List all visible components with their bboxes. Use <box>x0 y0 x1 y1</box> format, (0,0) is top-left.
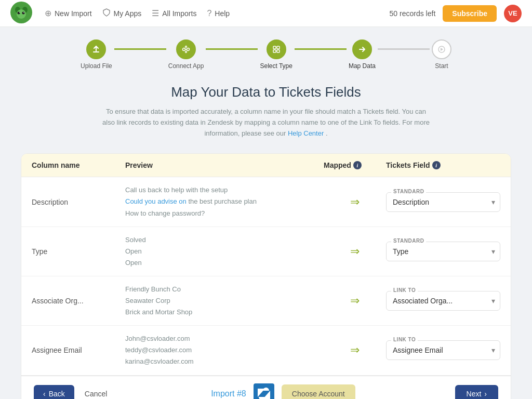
svg-rect-15 <box>277 46 280 49</box>
step-label-upload: Upload File <box>81 62 112 70</box>
table-row: Assignee Email John@csvloader.com teddy@… <box>21 326 511 375</box>
step-map-data: Map Data <box>349 39 376 70</box>
cancel-button[interactable]: Cancel <box>81 385 112 399</box>
field-type-label: STANDARD <box>391 189 426 194</box>
help-icon: ? <box>207 9 211 18</box>
col-field-assignee: LINK TO Assignee Email <box>386 340 500 360</box>
step-circle-connect <box>176 39 196 59</box>
th-preview: Preview <box>125 161 324 169</box>
preview-line: Seawater Corp <box>125 295 324 307</box>
help-center-link[interactable]: Help Center <box>288 129 324 137</box>
svg-rect-14 <box>273 46 276 49</box>
field-select-associate[interactable]: Associated Orga... <box>386 291 500 311</box>
footer-center: Import #8 Choose Account <box>117 383 448 399</box>
step-label-connect: Connect App <box>168 62 204 70</box>
step-label-start: Start <box>435 62 448 70</box>
col-field-description: STANDARD Description <box>386 192 500 212</box>
map-arrow-icon: ⇒ <box>350 294 360 308</box>
map-arrow-icon: ⇒ <box>350 245 360 258</box>
step-select-type: Select Type <box>260 39 292 70</box>
nav-my-apps-label: My Apps <box>114 9 142 18</box>
svg-rect-16 <box>273 50 276 52</box>
nav-all-imports-label: All Imports <box>162 9 196 18</box>
svg-point-7 <box>23 12 24 13</box>
user-avatar[interactable]: VE <box>504 5 522 22</box>
step-circle-start <box>432 39 451 59</box>
main-nav: ⊕ New Import My Apps ☰ All Imports ? Hel… <box>45 8 377 19</box>
table-header: Column name Preview Mapped i Tickets Fie… <box>21 154 511 177</box>
subtitle-end: . <box>326 129 328 137</box>
next-chevron-icon: › <box>484 390 487 398</box>
preview-line: teddy@csvloader.com <box>125 344 324 356</box>
header-right: 50 records left Subscribe VE <box>390 5 522 22</box>
table-row: Description Call us back to help with th… <box>21 177 511 227</box>
footer-bar: ‹ Back Cancel Import #8 Choose Account N… <box>21 376 511 399</box>
main-content: Upload File Connect App Select Type <box>0 27 532 399</box>
step-circle-upload <box>86 39 106 59</box>
col-field-type: STANDARD Type <box>386 242 500 261</box>
table-row: Associate Org... Friendly Bunch Co Seawa… <box>21 276 511 326</box>
logo <box>10 2 32 25</box>
preview-line: Friendly Bunch Co <box>125 284 324 295</box>
col-name-assignee: Assignee Email <box>32 346 125 354</box>
svg-point-6 <box>19 12 20 13</box>
step-label-type: Select Type <box>260 62 292 70</box>
col-preview-type: Solved Open Open <box>125 234 324 269</box>
nav-help[interactable]: ? Help <box>207 9 230 18</box>
field-select-description[interactable]: Description <box>386 192 500 212</box>
connector-1 <box>114 48 166 50</box>
nav-all-imports[interactable]: ☰ All Imports <box>152 8 196 18</box>
step-circle-type <box>267 39 286 59</box>
step-upload-file: Upload File <box>81 39 112 70</box>
my-apps-icon <box>102 8 111 19</box>
col-preview-assignee: John@csvloader.com teddy@csvloader.com k… <box>125 333 324 367</box>
col-preview-associate: Friendly Bunch Co Seawater Corp Brick an… <box>125 284 324 318</box>
header: ⊕ New Import My Apps ☰ All Imports ? Hel… <box>0 0 532 27</box>
svg-point-13 <box>185 51 187 53</box>
field-type-label: STANDARD <box>391 238 426 244</box>
connector-3 <box>295 48 347 50</box>
step-connect-app: Connect App <box>168 39 204 70</box>
preview-line: Could you advise on the best purchase pl… <box>125 196 324 207</box>
th-tickets-field: Tickets Field i <box>386 161 500 169</box>
subscribe-button[interactable]: Subscribe <box>443 5 497 22</box>
th-mapped: Mapped i <box>324 161 386 169</box>
field-select-wrapper: STANDARD Description <box>386 192 500 212</box>
col-field-associate: LINK TO Associated Orga... <box>386 291 500 311</box>
back-button[interactable]: ‹ Back <box>34 385 74 399</box>
zendesk-logo-icon <box>254 383 274 399</box>
new-import-icon: ⊕ <box>45 8 51 18</box>
back-chevron-icon: ‹ <box>43 390 46 398</box>
map-arrow-icon: ⇒ <box>350 195 360 209</box>
preview-line: Open <box>125 246 324 257</box>
choose-account-button[interactable]: Choose Account <box>282 384 355 399</box>
col-mapped-assignee: ⇒ <box>324 343 386 357</box>
stepper: Upload File Connect App Select Type <box>21 39 511 70</box>
svg-rect-8 <box>93 51 99 52</box>
field-type-label: LINK TO <box>391 287 418 293</box>
col-name-type: Type <box>32 247 125 256</box>
step-label-map: Map Data <box>349 62 376 70</box>
preview-line: Open <box>125 257 324 269</box>
nav-my-apps[interactable]: My Apps <box>102 8 142 19</box>
field-select-assignee[interactable]: Assignee Email <box>386 340 500 360</box>
preview-line: Solved <box>125 234 324 246</box>
field-select-type[interactable]: Type <box>386 242 500 261</box>
preview-line: karina@csvloader.com <box>125 356 324 367</box>
page-title: Map Your Data to Tickets Fields <box>21 84 511 100</box>
preview-line: Call us back to help with the setup <box>125 184 324 196</box>
stepper-wrapper: Upload File Connect App Select Type <box>81 39 451 70</box>
table-row: Type Solved Open Open ⇒ STANDARD Type <box>21 227 511 276</box>
next-button[interactable]: Next › <box>455 385 498 399</box>
tickets-field-info-icon: i <box>432 161 441 169</box>
mapping-table: Column name Preview Mapped i Tickets Fie… <box>21 153 511 399</box>
preview-line: John@csvloader.com <box>125 333 324 344</box>
nav-new-import[interactable]: ⊕ New Import <box>45 8 92 18</box>
step-start: Start <box>432 39 451 70</box>
connector-4 <box>378 48 430 50</box>
nav-new-import-label: New Import <box>55 9 92 18</box>
svg-rect-19 <box>254 383 274 399</box>
mapped-info-icon: i <box>353 161 362 169</box>
preview-line: How to change password? <box>125 208 324 219</box>
col-mapped-type: ⇒ <box>324 245 386 258</box>
